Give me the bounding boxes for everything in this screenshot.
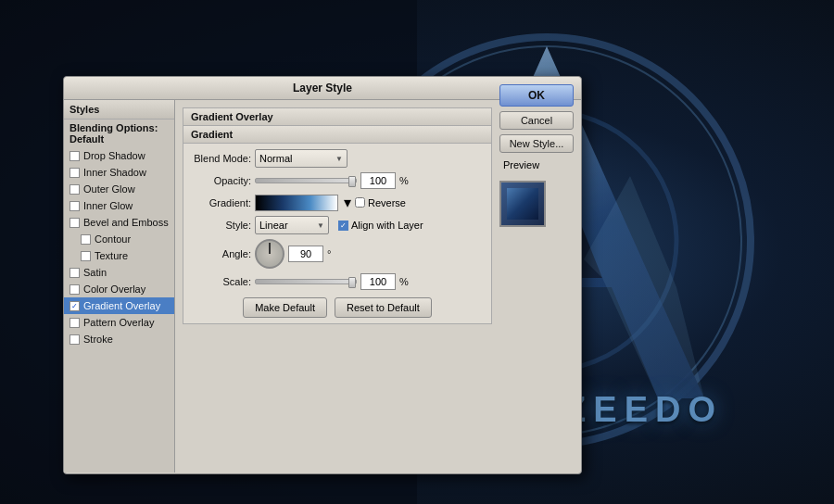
preview-thumbnail — [499, 181, 546, 227]
contour-label: Contour — [95, 233, 131, 245]
dialog-body: Styles Blending Options: Default Drop Sh… — [64, 100, 581, 472]
contour-checkbox[interactable] — [81, 234, 91, 245]
style-arrow-icon: ▼ — [317, 221, 324, 230]
opacity-row: Opacity: % — [191, 172, 484, 189]
angle-degree: ° — [327, 248, 331, 259]
gradient-section-content: Gradient Blend Mode: Normal ▼ Opacity: — [183, 126, 491, 323]
gradient-preview[interactable] — [255, 195, 338, 211]
scale-input[interactable] — [360, 273, 396, 290]
sidebar-item-gradient-overlay[interactable]: Gradient Overlay — [64, 297, 174, 314]
outer-glow-checkbox[interactable] — [70, 184, 80, 195]
drop-shadow-checkbox[interactable] — [70, 151, 80, 161]
sidebar-item-satin[interactable]: Satin — [64, 264, 174, 281]
stroke-checkbox[interactable] — [70, 334, 80, 345]
preview-row: Preview — [499, 159, 574, 170]
sidebar-item-stroke[interactable]: Stroke — [64, 331, 174, 347]
opacity-input[interactable] — [360, 172, 396, 189]
stroke-label: Stroke — [83, 334, 113, 345]
gradient-overlay-section: Gradient Overlay Gradient Blend Mode: No… — [183, 107, 492, 324]
preview-label: Preview — [503, 159, 539, 170]
style-row: Style: Linear ▼ Align with Layer — [191, 216, 484, 234]
style-value: Linear — [259, 220, 288, 231]
blending-options-label: Blending Options: Default — [70, 122, 169, 145]
blend-mode-label: Blend Mode: — [191, 153, 251, 164]
gradient-overlay-checkbox[interactable] — [70, 301, 80, 311]
align-with-layer-label: Align with Layer — [351, 220, 423, 231]
texture-label: Texture — [95, 250, 128, 261]
blend-mode-row: Blend Mode: Normal ▼ — [191, 149, 484, 168]
pattern-overlay-label: Pattern Overlay — [83, 317, 154, 328]
bevel-emboss-label: Bevel and Emboss — [83, 217, 169, 228]
opacity-slider-thumb[interactable] — [348, 176, 356, 187]
gradient-overlay-section-title: Gradient Overlay — [183, 108, 491, 126]
blend-mode-value: Normal — [259, 153, 292, 164]
sidebar-item-texture[interactable]: Texture — [64, 247, 174, 264]
angle-row: Angle: ° — [191, 239, 484, 269]
satin-checkbox[interactable] — [70, 268, 80, 278]
angle-dial[interactable] — [255, 239, 284, 269]
layer-style-dialog: Layer Style Styles Blending Options: Def… — [63, 76, 582, 474]
gradient-dropdown-icon[interactable]: ▾ — [344, 194, 351, 211]
opacity-slider[interactable] — [255, 178, 357, 183]
sidebar-item-color-overlay[interactable]: Color Overlay — [64, 281, 174, 297]
reverse-checkbox[interactable] — [355, 197, 365, 208]
opacity-label: Opacity: — [191, 175, 251, 186]
blend-mode-select[interactable]: Normal ▼ — [255, 149, 348, 168]
scale-slider-thumb[interactable] — [348, 277, 356, 288]
inner-shadow-label: Inner Shadow — [83, 167, 146, 178]
gradient-row: Gradient: ▾ Reverse — [191, 194, 484, 211]
blend-mode-arrow-icon: ▼ — [335, 155, 343, 163]
right-buttons-panel: OK Cancel New Style... Preview — [499, 84, 574, 227]
preview-inner-shape — [507, 188, 538, 220]
scale-label: Scale: — [191, 276, 251, 287]
sidebar-item-outer-glow[interactable]: Outer Glow — [64, 181, 174, 197]
sidebar-item-inner-glow[interactable]: Inner Glow — [64, 197, 174, 214]
gradient-overlay-label: Gradient Overlay — [83, 300, 160, 311]
sidebar-item-inner-shadow[interactable]: Inner Shadow — [64, 164, 174, 181]
outer-glow-label: Outer Glow — [83, 183, 135, 195]
satin-label: Satin — [83, 267, 107, 278]
bottom-buttons-row: Make Default Reset to Default — [191, 297, 484, 318]
texture-checkbox[interactable] — [81, 251, 91, 261]
drop-shadow-label: Drop Shadow — [83, 150, 145, 161]
sidebar-item-blending-options[interactable]: Blending Options: Default — [64, 120, 174, 147]
cancel-button[interactable]: Cancel — [499, 111, 574, 130]
inner-glow-checkbox[interactable] — [70, 201, 80, 211]
sidebar-item-pattern-overlay[interactable]: Pattern Overlay — [64, 314, 174, 331]
reset-to-default-button[interactable]: Reset to Default — [335, 297, 432, 318]
opacity-percent: % — [399, 175, 409, 186]
pattern-overlay-checkbox[interactable] — [70, 318, 80, 328]
style-select[interactable]: Linear ▼ — [255, 216, 329, 234]
color-overlay-label: Color Overlay — [83, 284, 145, 295]
inner-glow-label: Inner Glow — [83, 200, 133, 211]
sidebar-item-drop-shadow[interactable]: Drop Shadow — [64, 147, 174, 164]
styles-panel-header: Styles — [64, 100, 174, 120]
scale-slider[interactable] — [255, 279, 357, 284]
reverse-label: Reverse — [368, 197, 406, 208]
styles-panel: Styles Blending Options: Default Drop Sh… — [64, 100, 175, 472]
gradient-label: Gradient: — [191, 197, 251, 208]
make-default-button[interactable]: Make Default — [243, 297, 327, 318]
gradient-sub-title: Gradient — [183, 126, 491, 144]
reverse-check: Reverse — [355, 197, 406, 208]
angle-input[interactable] — [288, 246, 323, 262]
align-with-layer-checkbox[interactable] — [338, 220, 348, 231]
scale-percent: % — [399, 276, 409, 287]
bevel-emboss-checkbox[interactable] — [70, 218, 80, 228]
new-style-button[interactable]: New Style... — [499, 134, 574, 153]
angle-label: Angle: — [191, 248, 251, 259]
scale-row: Scale: % — [191, 273, 484, 290]
sidebar-item-bevel-emboss[interactable]: Bevel and Emboss — [64, 214, 174, 231]
align-with-layer-check: Align with Layer — [338, 220, 423, 231]
ok-button[interactable]: OK — [499, 84, 574, 107]
sidebar-item-contour[interactable]: Contour — [64, 231, 174, 247]
color-overlay-checkbox[interactable] — [70, 284, 80, 295]
inner-shadow-checkbox[interactable] — [70, 168, 80, 178]
style-label: Style: — [191, 220, 251, 231]
